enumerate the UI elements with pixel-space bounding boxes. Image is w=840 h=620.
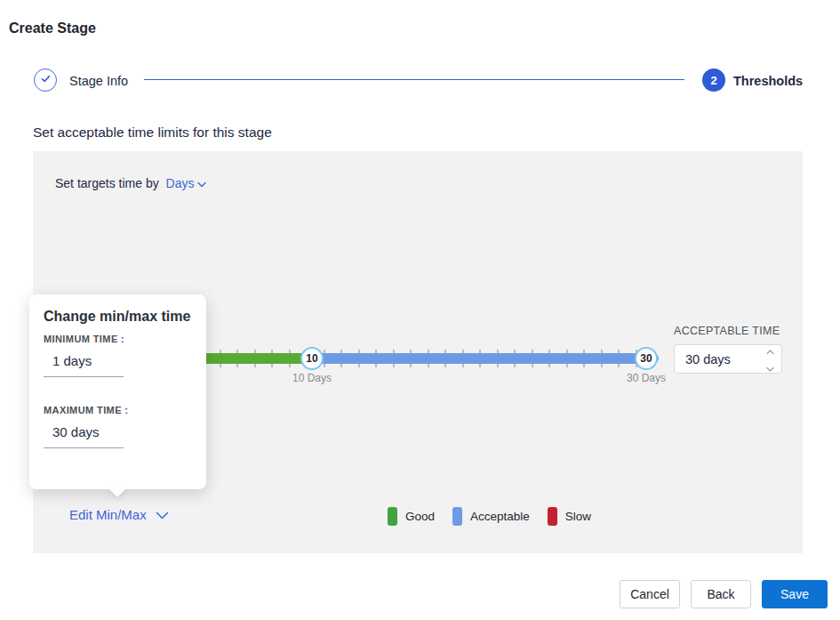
stepper: Stage Info 2 Thresholds [0, 64, 840, 96]
step-stage-info-label: Stage Info [69, 74, 128, 88]
slider-handle-min-value: 10 [306, 352, 317, 365]
slow-swatch [548, 507, 557, 526]
step-number-circle[interactable]: 2 [702, 68, 725, 92]
popover-title: Change min/max time [44, 309, 192, 325]
acceptable-time-input[interactable]: 30 days [674, 344, 782, 374]
step-thresholds-label: Thresholds [733, 74, 803, 88]
legend: Good Acceptable Slow [388, 507, 591, 526]
step-complete-circle[interactable] [34, 68, 57, 92]
check-icon [40, 72, 52, 88]
legend-item-good: Good [388, 507, 435, 526]
legend-good-label: Good [405, 510, 435, 523]
stepper-arrows[interactable] [766, 343, 774, 374]
back-button[interactable]: Back [691, 580, 751, 608]
slider-max-label: 30 Days [627, 372, 666, 384]
slider-handle-max-value: 30 [640, 352, 652, 365]
step-number: 2 [710, 74, 716, 87]
section-heading: Set acceptable time limits for this stag… [33, 125, 272, 141]
maximum-time-input[interactable]: 30 days [44, 418, 124, 448]
legend-item-acceptable: Acceptable [452, 507, 530, 526]
stepper-connector [144, 79, 684, 80]
page-title: Create Stage [9, 20, 96, 36]
legend-slow-label: Slow [565, 510, 591, 523]
acceptable-time-label: ACCEPTABLE TIME [674, 325, 780, 337]
slider-handle-min[interactable]: 10 [300, 347, 324, 370]
edit-minmax-link[interactable]: Edit Min/Max [69, 507, 169, 522]
legend-item-slow: Slow [548, 507, 591, 526]
cancel-button[interactable]: Cancel [620, 580, 680, 608]
minmax-popover: Change min/max time MINIMUM TIME : 1 day… [29, 294, 206, 489]
footer-actions: Cancel Back Save [620, 580, 828, 608]
create-stage-dialog: Create Stage Stage Info 2 Thresholds Set… [0, 0, 840, 620]
slider-segment-acceptable [312, 353, 659, 364]
acceptable-swatch [452, 507, 462, 526]
chevron-down-icon[interactable] [766, 360, 774, 374]
slider-min-label: 10 Days [292, 372, 332, 384]
maximum-time-label: MAXIMUM TIME : [44, 405, 192, 415]
minimum-time-label: MINIMUM TIME : [44, 334, 192, 344]
chevron-up-icon[interactable] [766, 343, 774, 358]
slider-handle-max[interactable]: 30 [635, 347, 658, 370]
good-swatch [388, 507, 397, 526]
minimum-time-input[interactable]: 1 days [44, 347, 124, 377]
acceptable-time-value: 30 days [685, 352, 766, 366]
chevron-down-icon [156, 507, 169, 522]
legend-acceptable-label: Acceptable [470, 510, 530, 523]
save-button[interactable]: Save [762, 580, 828, 608]
thresholds-panel: Set targets time by Days 10 30 10 Days 3… [33, 151, 803, 553]
